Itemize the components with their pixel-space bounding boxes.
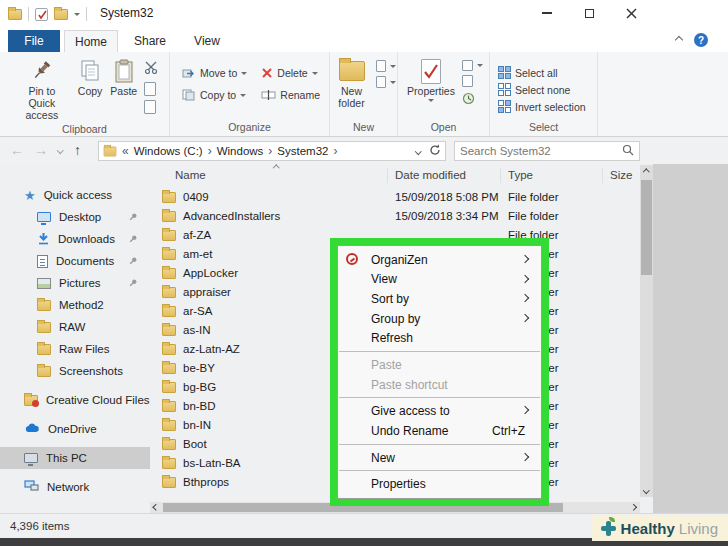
breadcrumb-system32[interactable]: System32: [277, 145, 328, 157]
breadcrumb-windows-c[interactable]: Windows (C:): [134, 145, 203, 157]
collapse-ribbon-icon[interactable]: [675, 36, 683, 44]
new-folder-qat-icon[interactable]: [54, 9, 68, 20]
select-all-button[interactable]: Select all: [498, 66, 558, 79]
sidebar-item-creative-cloud-files[interactable]: Creative Cloud Files: [0, 389, 150, 411]
column-header-type[interactable]: Type: [508, 169, 533, 181]
crumb-separator-icon[interactable]: ›: [334, 144, 338, 158]
search-icon[interactable]: [622, 142, 634, 160]
divider: [86, 7, 87, 21]
menu-item-refresh[interactable]: Refresh: [338, 329, 541, 349]
scroll-right-icon[interactable]: [627, 502, 640, 513]
copy-to-button[interactable]: Copy to: [182, 89, 247, 101]
copy-path-icon[interactable]: [144, 82, 156, 96]
sidebar-item-documents[interactable]: Documents: [0, 250, 150, 272]
menu-item-undo-rename[interactable]: Undo Rename Ctrl+Z: [338, 421, 541, 441]
sidebar-item-downloads[interactable]: Downloads: [0, 228, 150, 250]
sidebar-item-quick-access[interactable]: ★ Quick access: [0, 184, 150, 206]
maximize-button[interactable]: [578, 4, 600, 22]
sidebar-item-screenshots[interactable]: Screenshots: [0, 360, 150, 382]
ribbon-empty-space: [598, 52, 728, 136]
menu-item-view[interactable]: View: [338, 270, 541, 290]
delete-button[interactable]: Delete: [261, 67, 320, 79]
scroll-down-icon[interactable]: [640, 483, 653, 497]
vertical-scrollbar[interactable]: [640, 165, 653, 497]
tab-home[interactable]: Home: [64, 30, 118, 52]
crumb-prefix[interactable]: «: [122, 144, 129, 158]
crumb-separator-icon[interactable]: ›: [208, 144, 212, 158]
scroll-up-icon[interactable]: [640, 165, 653, 179]
highlight-box: OrganiZen View Sort by Group by Refresh …: [330, 238, 549, 506]
paste-button[interactable]: Paste: [107, 55, 140, 100]
address-bar[interactable]: « Windows (C:) › Windows › System32 ›: [98, 141, 446, 161]
new-folder-button[interactable]: New folder: [332, 55, 372, 112]
easy-access-button[interactable]: [376, 76, 396, 88]
menu-separator: [339, 470, 540, 471]
move-to-button[interactable]: Move to: [182, 67, 247, 79]
menu-item-group-by[interactable]: Group by: [338, 309, 541, 329]
sidebar-item-raw-files[interactable]: Raw Files: [0, 338, 150, 360]
menu-item-properties[interactable]: Properties: [338, 474, 541, 494]
cut-icon[interactable]: [144, 60, 158, 78]
menu-item-sort-by[interactable]: Sort by: [338, 289, 541, 309]
vertical-scroll-thumb[interactable]: [641, 180, 652, 275]
new-item-button[interactable]: [376, 60, 396, 72]
minimize-icon: [542, 12, 552, 14]
menu-item-organizen[interactable]: OrganiZen: [338, 250, 541, 270]
breadcrumb-windows[interactable]: Windows: [217, 145, 264, 157]
pushpin-icon: [30, 57, 54, 85]
refresh-icon[interactable]: [429, 144, 441, 158]
search-box[interactable]: [454, 141, 640, 161]
healthy-living-watermark: Healthy Living: [592, 516, 728, 541]
copy-icon: [79, 57, 101, 85]
this-pc-icon: [24, 453, 38, 463]
up-icon[interactable]: ↑: [74, 142, 81, 158]
sidebar-item-network[interactable]: Network: [0, 476, 150, 498]
address-dropdown-icon[interactable]: [415, 148, 421, 154]
close-button[interactable]: [620, 4, 642, 22]
location-folder-icon: [104, 146, 117, 156]
sidebar-item-this-pc[interactable]: This PC: [0, 447, 150, 469]
column-header-size[interactable]: Size: [610, 169, 632, 181]
menu-item-new[interactable]: New: [338, 448, 541, 468]
tab-view[interactable]: View: [182, 30, 232, 52]
menu-separator: [339, 397, 540, 398]
recent-locations-icon[interactable]: [57, 147, 63, 153]
pin-to-quick-access-button[interactable]: Pin to Quick access: [11, 55, 73, 123]
rename-button[interactable]: Rename: [261, 89, 320, 101]
select-none-button[interactable]: Select none: [498, 83, 570, 96]
menu-item-give-access-to[interactable]: Give access to: [338, 401, 541, 421]
open-button[interactable]: [462, 60, 483, 71]
dropdown-icon: [312, 72, 318, 75]
sidebar-item-pictures[interactable]: Pictures: [0, 272, 150, 294]
back-icon[interactable]: ←: [10, 142, 24, 158]
scroll-left-icon[interactable]: [150, 502, 163, 513]
copy-button[interactable]: Copy: [75, 55, 106, 100]
search-input[interactable]: [460, 145, 622, 157]
edit-icon[interactable]: [462, 75, 473, 87]
file-row[interactable]: 040915/09/2018 5:08 PMFile folder: [150, 188, 640, 207]
help-icon[interactable]: ?: [694, 33, 708, 47]
properties-qat-icon[interactable]: [35, 8, 48, 21]
sidebar-item-onedrive[interactable]: OneDrive: [0, 418, 150, 440]
crumb-separator-icon[interactable]: ›: [268, 144, 272, 158]
forward-icon[interactable]: →: [34, 142, 48, 158]
tab-share[interactable]: Share: [122, 30, 178, 52]
file-row[interactable]: AdvancedInstallers15/09/2018 3:34 PMFile…: [150, 207, 640, 226]
qat-dropdown-icon[interactable]: [74, 13, 80, 16]
sidebar-item-raw[interactable]: RAW: [0, 316, 150, 338]
sidebar-item-method2[interactable]: Method2: [0, 294, 150, 316]
column-header-date-modified[interactable]: Date modified: [395, 169, 466, 181]
column-header-name[interactable]: Name: [175, 169, 206, 181]
tab-file[interactable]: File: [8, 30, 60, 52]
sidebar-item-desktop[interactable]: Desktop: [0, 206, 150, 228]
history-icon[interactable]: [462, 91, 483, 109]
delete-icon: [261, 67, 273, 79]
minimize-button[interactable]: [536, 4, 558, 22]
paste-shortcut-icon[interactable]: [144, 100, 156, 114]
group-label-new: New: [330, 121, 397, 136]
invert-selection-button[interactable]: Invert selection: [498, 100, 586, 113]
select-none-icon: [498, 83, 511, 96]
new-item-icon: [376, 60, 386, 72]
pin-icon: [128, 278, 138, 290]
properties-button[interactable]: Properties: [404, 55, 458, 104]
